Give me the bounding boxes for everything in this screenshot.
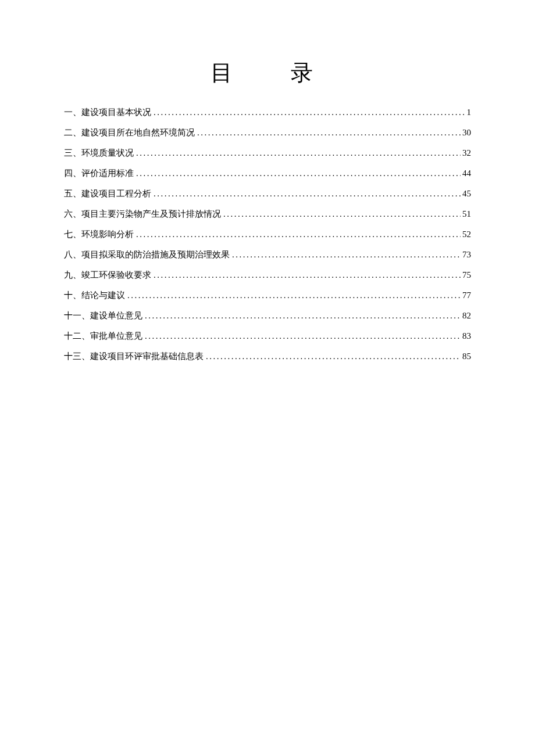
toc-entry-label: 三、环境质量状况: [64, 147, 136, 159]
toc-entry: 五、建设项目工程分析 45: [64, 188, 471, 200]
toc-entry-page: 77: [461, 289, 471, 302]
toc-entry: 十一、建设单位意见 82: [64, 310, 471, 322]
toc-entry-label: 二、建设项目所在地自然环境简况: [64, 127, 197, 139]
toc-entry: 十、结论与建议 77: [64, 289, 471, 302]
toc-entry-label: 九、竣工环保验收要求: [64, 269, 154, 281]
toc-entry-page: 44: [461, 167, 471, 180]
toc-dots: [127, 289, 461, 302]
toc-entry-label: 八、项目拟采取的防治措施及预期治理效果: [64, 249, 232, 261]
toc-entry-label: 七、环境影响分析: [64, 228, 136, 241]
toc-entry-page: 82: [461, 310, 471, 322]
toc-entry: 四、评价适用标准 44: [64, 167, 471, 180]
toc-dots: [197, 127, 461, 139]
toc-entry-label: 十三、建设项目环评审批基础信息表: [64, 350, 206, 363]
toc-entry: 十三、建设项目环评审批基础信息表 85: [64, 350, 471, 363]
toc-dots: [136, 228, 461, 241]
toc-entry-label: 六、项目主要污染物产生及预计排放情况: [64, 208, 223, 220]
table-of-contents: 一、建设项目基本状况 1 二、建设项目所在地自然环境简况 30 三、环境质量状况…: [64, 106, 471, 363]
toc-entry: 七、环境影响分析 52: [64, 228, 471, 241]
toc-entry-label: 一、建设项目基本状况: [64, 106, 154, 119]
toc-entry: 十二、审批单位意见 83: [64, 330, 471, 342]
title-char-2: 录: [291, 60, 324, 85]
toc-entry-page: 1: [465, 106, 472, 119]
toc-entry-page: 45: [461, 188, 471, 200]
toc-dots: [136, 167, 461, 180]
toc-entry-label: 五、建设项目工程分析: [64, 188, 154, 200]
toc-dots: [223, 208, 461, 220]
toc-entry-page: 73: [461, 249, 471, 261]
toc-dots: [145, 310, 461, 322]
toc-entry-page: 75: [461, 269, 471, 281]
toc-dots: [154, 269, 461, 281]
toc-entry-label: 十一、建设单位意见: [64, 310, 145, 322]
toc-entry-page: 32: [461, 147, 471, 159]
toc-entry: 八、项目拟采取的防治措施及预期治理效果 73: [64, 249, 471, 261]
toc-entry: 三、环境质量状况 32: [64, 147, 471, 159]
page-title: 目录: [64, 58, 471, 88]
toc-entry-label: 四、评价适用标准: [64, 167, 136, 180]
toc-dots: [206, 350, 461, 363]
toc-entry-page: 85: [461, 350, 471, 363]
toc-entry: 一、建设项目基本状况 1: [64, 106, 471, 119]
toc-dots: [154, 188, 461, 200]
toc-entry: 二、建设项目所在地自然环境简况 30: [64, 127, 471, 139]
toc-dots: [232, 249, 461, 261]
title-char-1: 目: [211, 60, 244, 85]
toc-entry-page: 83: [461, 330, 471, 342]
toc-dots: [136, 147, 461, 159]
toc-entry: 六、项目主要污染物产生及预计排放情况 51: [64, 208, 471, 220]
toc-entry-page: 30: [461, 127, 471, 139]
toc-entry-label: 十、结论与建议: [64, 289, 127, 302]
toc-dots: [145, 330, 461, 342]
toc-entry: 九、竣工环保验收要求 75: [64, 269, 471, 281]
toc-dots: [154, 106, 465, 119]
toc-entry-label: 十二、审批单位意见: [64, 330, 145, 342]
toc-entry-page: 52: [461, 228, 471, 241]
toc-entry-page: 51: [461, 208, 471, 220]
